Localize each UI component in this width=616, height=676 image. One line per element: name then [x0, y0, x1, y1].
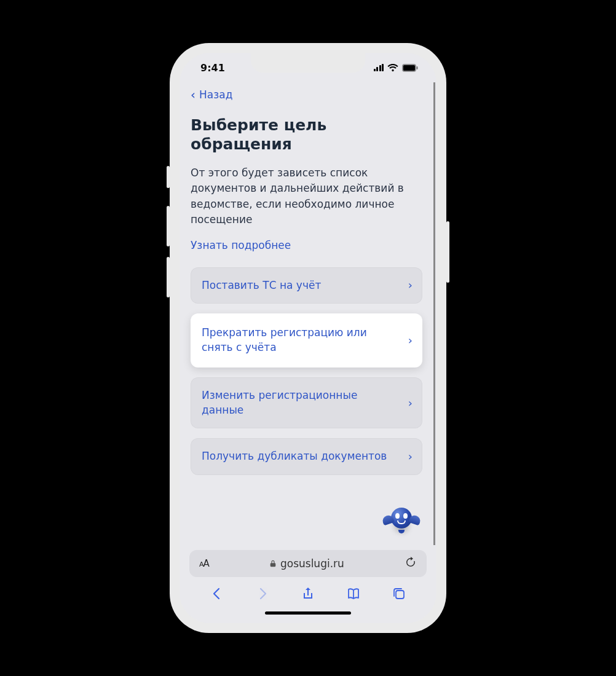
back-label: Назад: [199, 88, 232, 101]
url-bar[interactable]: AA gosuslugi.ru: [189, 550, 427, 577]
option-label: Получить дубликаты документов: [202, 450, 387, 462]
share-button[interactable]: [296, 581, 320, 606]
reload-button[interactable]: [405, 556, 417, 571]
cellular-icon: [374, 64, 384, 71]
svg-rect-2: [417, 66, 418, 69]
robot-icon: [391, 508, 412, 529]
url-domain: gosuslugi.ru: [280, 557, 344, 570]
phone-side-button: [167, 166, 170, 188]
status-indicators: [374, 64, 419, 72]
back-button[interactable]: ‹ Назад: [191, 88, 422, 101]
url-display[interactable]: gosuslugi.ru: [269, 557, 344, 570]
screen: 9:41 ‹ Назад Выберите цель обращения От …: [180, 53, 436, 623]
phone-volume-up: [167, 206, 170, 246]
reader-mode-button[interactable]: AA: [199, 558, 209, 569]
wifi-icon: [387, 64, 398, 72]
book-icon: [346, 586, 361, 601]
learn-more-link[interactable]: Узнать подробнее: [191, 239, 422, 251]
phone-volume-down: [167, 257, 170, 297]
option-card-2[interactable]: Изменить регистрационные данные›: [191, 377, 422, 429]
option-card-0[interactable]: Поставить ТС на учёт›: [191, 267, 422, 304]
notch: [251, 53, 365, 73]
page-description: От этого будет зависеть список документо…: [191, 165, 422, 228]
svg-rect-1: [403, 65, 415, 71]
page-title: Выберите цель обращения: [191, 116, 422, 154]
battery-icon: [402, 64, 418, 72]
option-label: Прекратить регистрацию или снять с учёта: [202, 326, 367, 353]
lock-icon: [269, 560, 277, 567]
options-list: Поставить ТС на учёт›Прекратить регистра…: [191, 267, 422, 476]
page-content[interactable]: ‹ Назад Выберите цель обращения От этого…: [180, 82, 435, 545]
chevron-right-icon: ›: [408, 395, 413, 411]
assistant-fab[interactable]: [383, 500, 420, 536]
option-label: Изменить регистрационные данные: [202, 389, 357, 416]
reload-icon: [405, 556, 417, 568]
option-card-1[interactable]: Прекратить регистрацию или снять с учёта…: [191, 313, 422, 367]
nav-back-button[interactable]: [205, 581, 229, 606]
tabs-icon: [392, 586, 406, 601]
chevron-left-icon: ‹: [191, 88, 195, 101]
phone-frame: 9:41 ‹ Назад Выберите цель обращения От …: [170, 43, 446, 633]
nav-forward-button: [250, 581, 275, 606]
chevron-right-icon: ›: [408, 278, 413, 293]
status-time: 9:41: [200, 62, 225, 74]
browser-chrome: AA gosuslugi.ru: [180, 545, 436, 623]
chevron-right-icon: ›: [408, 449, 413, 465]
phone-power-button: [446, 221, 449, 283]
chevron-right-icon: ›: [408, 333, 413, 348]
bookmarks-button[interactable]: [341, 581, 366, 606]
option-label: Поставить ТС на учёт: [202, 279, 321, 291]
home-indicator[interactable]: [265, 611, 351, 615]
browser-toolbar: [189, 577, 427, 609]
tabs-button[interactable]: [387, 581, 411, 606]
share-icon: [301, 586, 315, 601]
option-card-3[interactable]: Получить дубликаты документов›: [191, 438, 422, 475]
svg-rect-3: [396, 591, 404, 599]
